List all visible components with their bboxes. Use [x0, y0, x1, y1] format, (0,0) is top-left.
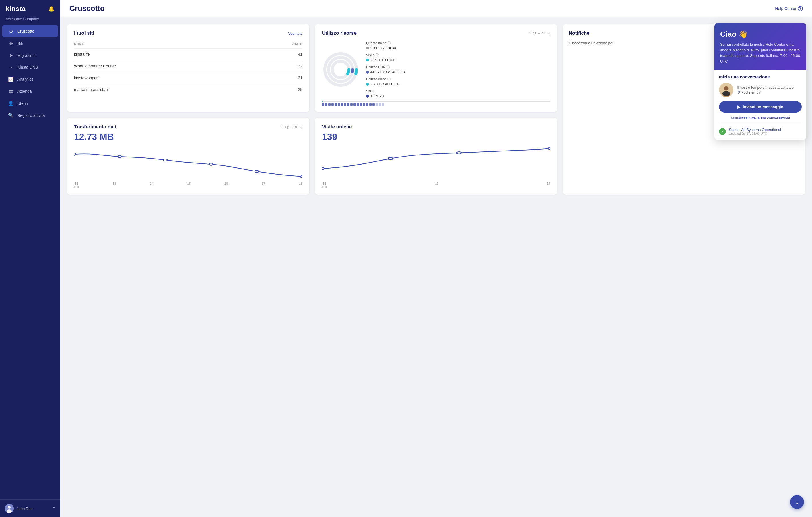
- status-row: ✓ Status: All Systems Operational Update…: [719, 128, 802, 135]
- sidebar-item-kinsta-dns[interactable]: ↔ Kinsta DNS: [2, 61, 58, 73]
- transfer-header: Trasferimento dati 11 lug – 18 lug: [74, 124, 302, 130]
- status-updated: Updated Jul 17, 08:00 UTC: [729, 132, 781, 135]
- disk-value: 2.73 GB di 30 GB: [366, 82, 400, 86]
- table-row[interactable]: WooCommerce Course32: [74, 60, 302, 72]
- col-name-header: NOME: [74, 41, 255, 49]
- svg-point-7: [332, 61, 349, 78]
- transfer-chart: [74, 146, 302, 180]
- svg-point-12: [209, 163, 213, 165]
- view-conversations-link[interactable]: Visualizza tutte le tue conversazioni: [719, 116, 802, 120]
- site-visits: 25: [255, 84, 302, 96]
- visits-card: Visite uniche 139 12Lug 13 14: [315, 118, 557, 195]
- logo-text: kinsta: [6, 5, 26, 12]
- svg-point-11: [164, 159, 167, 161]
- sites-stat-label: Siti ⓘ: [366, 89, 375, 93]
- home-icon: ⊙: [8, 28, 14, 34]
- chevron-up-icon[interactable]: ⌃: [52, 506, 56, 511]
- table-row[interactable]: marketing-assistant25: [74, 84, 302, 96]
- chat-header: Ciao 👋 Se hai controllato la nostra Helo…: [715, 23, 806, 70]
- topbar: Cruscotto Help Center ?: [60, 0, 812, 17]
- chat-minimize-button[interactable]: ⌄: [790, 495, 804, 509]
- globe-icon: ⊕: [8, 40, 14, 46]
- donut-container: Questo mese ⓘ Giorno 21 di 30 Visite ⓘ: [322, 41, 550, 98]
- chat-greeting: Ciao 👋: [720, 30, 801, 39]
- cdn-label: Utilizzo CDN ⓘ: [366, 65, 390, 69]
- svg-point-9: [74, 153, 76, 155]
- progress-bars: [322, 101, 550, 106]
- visits-progress-bar: [322, 101, 550, 102]
- svg-point-15: [322, 167, 324, 170]
- site-visits: 32: [255, 60, 302, 72]
- resources-card-title: Utilizzo risorse: [322, 30, 357, 36]
- clock-icon: ⏱: [737, 90, 740, 94]
- visits-value: 236 di 100,000: [366, 58, 395, 62]
- donut-chart: [322, 51, 359, 88]
- bell-icon[interactable]: 🔔: [48, 6, 55, 12]
- svg-point-1: [8, 506, 10, 509]
- table-row[interactable]: kinstalife41: [74, 49, 302, 60]
- company-name: Awesome Company: [0, 16, 60, 25]
- sidebar: kinsta 🔔 Awesome Company ⊙ Cruscotto ⊕ S…: [0, 0, 60, 517]
- sites-card-title: I tuoi siti: [74, 30, 94, 36]
- transfer-chart-labels: 12Lug 13 14 15 16 17 18: [74, 180, 302, 188]
- disk-label: Utilizzo disco ⓘ: [366, 77, 390, 81]
- user-name: John Doe: [17, 507, 33, 511]
- sidebar-logo: kinsta 🔔: [0, 0, 60, 16]
- sidebar-item-analytics[interactable]: 📈 Analytics: [2, 73, 58, 85]
- site-visits: 41: [255, 49, 302, 60]
- nav-items: ⊙ Cruscotto ⊕ Siti ➤ Migrazioni ↔ Kinsta…: [0, 25, 60, 121]
- migration-icon: ➤: [8, 53, 14, 58]
- svg-point-17: [457, 152, 461, 154]
- cdn-row: Utilizzo CDN ⓘ 446.71 kB di 400 GB: [366, 65, 550, 74]
- company-icon: ▦: [8, 88, 14, 94]
- sites-card: I tuoi siti Vedi tutti NOME VISITE kinst…: [67, 24, 309, 112]
- resources-card-header: Utilizzo risorse 27 giu – 27 lug: [322, 30, 550, 36]
- site-name: kinstalife: [74, 49, 255, 60]
- sidebar-item-registro[interactable]: 🔍 Registro attività: [2, 109, 58, 121]
- resources-card: Utilizzo risorse 27 giu – 27 lug: [315, 24, 557, 112]
- sidebar-item-azienda[interactable]: ▦ Azienda: [2, 85, 58, 97]
- chat-section-title: Inizia una conversazione: [719, 74, 802, 79]
- agent-info: Il nostro tempo di risposta abituale ⏱ P…: [737, 85, 794, 94]
- log-icon: 🔍: [8, 113, 14, 118]
- svg-point-23: [723, 91, 730, 96]
- day-value: Giorno 21 di 30: [366, 46, 396, 50]
- svg-point-18: [548, 147, 550, 149]
- visits-value: 139: [322, 132, 550, 142]
- agent-time: ⏱ Pochi minuti: [737, 90, 794, 94]
- sites-progress-dots: [322, 103, 550, 106]
- page-title: Cruscotto: [69, 4, 105, 13]
- sidebar-item-utenti[interactable]: 👤 Utenti: [2, 98, 58, 109]
- help-center-link[interactable]: Help Center ?: [775, 6, 803, 11]
- svg-point-10: [118, 155, 122, 158]
- sites-row: Siti ⓘ 18 di 20: [366, 89, 550, 98]
- disk-row: Utilizzo disco ⓘ 2.73 GB di 30 GB: [366, 77, 550, 86]
- col-visits-header: VISITE: [255, 41, 302, 49]
- chat-widget: Ciao 👋 Se hai controllato la nostra Helo…: [715, 23, 806, 140]
- sidebar-bottom: John Doe ⌃: [0, 499, 60, 517]
- table-row[interactable]: kinstawooperf31: [74, 72, 302, 84]
- send-message-button[interactable]: ▶ Inviaci un messaggio: [719, 101, 802, 113]
- sites-stat-value: 18 di 20: [366, 94, 384, 98]
- visits-label: Visite ⓘ: [366, 53, 379, 57]
- notifications-title: Notifiche: [569, 30, 590, 36]
- this-month-label: Questo mese ⓘ: [366, 41, 391, 45]
- transfer-date: 11 lug – 18 lug: [280, 125, 302, 129]
- chat-agent: Il nostro tempo di risposta abituale ⏱ P…: [719, 83, 802, 97]
- dns-icon: ↔: [8, 65, 14, 70]
- sidebar-item-cruscotto[interactable]: ⊙ Cruscotto: [2, 25, 58, 37]
- transfer-card: Trasferimento dati 11 lug – 18 lug 12.73…: [67, 118, 309, 195]
- visits-chart-labels: 12Lug 13 14: [322, 180, 550, 188]
- help-circle-icon: ?: [798, 6, 803, 11]
- sites-see-all[interactable]: Vedi tutti: [288, 31, 302, 36]
- sites-card-header: I tuoi siti Vedi tutti: [74, 30, 302, 36]
- visits-row: Visite ⓘ 236 di 100,000: [366, 53, 550, 62]
- sites-table: NOME VISITE kinstalife41WooCommerce Cour…: [74, 41, 302, 96]
- transfer-value: 12.73 MB: [74, 132, 302, 142]
- sidebar-item-migrazioni[interactable]: ➤ Migrazioni: [2, 49, 58, 61]
- visits-chart: [322, 146, 550, 180]
- this-month-row: Questo mese ⓘ Giorno 21 di 30: [366, 41, 550, 50]
- analytics-icon: 📈: [8, 76, 14, 82]
- main-area: Cruscotto Help Center ? I tuoi siti Vedi…: [60, 0, 812, 517]
- sidebar-item-siti[interactable]: ⊕ Siti: [2, 37, 58, 49]
